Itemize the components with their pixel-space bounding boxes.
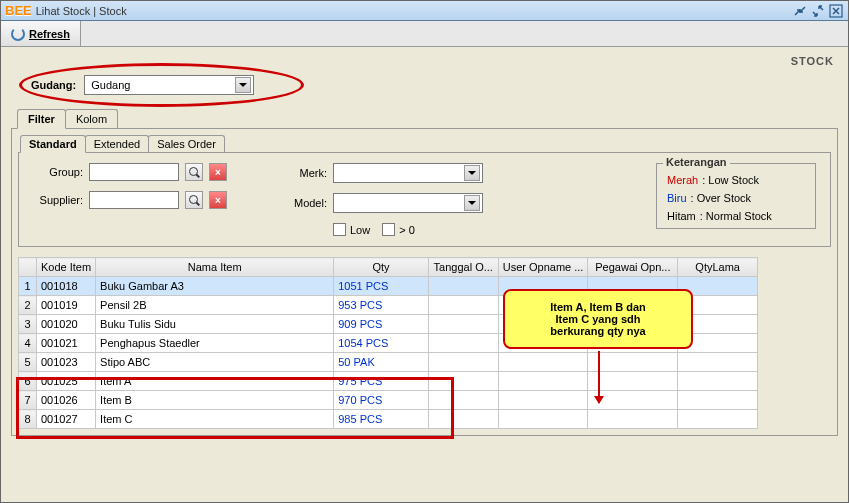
col-tanggal[interactable]: Tanggal O... bbox=[428, 258, 498, 277]
clear-icon: × bbox=[215, 167, 221, 178]
gudang-label: Gudang: bbox=[31, 79, 76, 91]
search-icon bbox=[189, 195, 199, 205]
keterangan-box: Keterangan Merah: Low Stock Biru: Over S… bbox=[656, 163, 816, 229]
col-index[interactable] bbox=[19, 258, 37, 277]
table-row[interactable]: 5001023Stipo ABC50 PAK bbox=[19, 353, 758, 372]
maximize-icon[interactable] bbox=[810, 3, 826, 19]
chevron-down-icon bbox=[464, 195, 480, 211]
legend-merah: Merah bbox=[667, 174, 698, 186]
keterangan-title: Keterangan bbox=[663, 156, 730, 168]
refresh-button[interactable]: Refresh bbox=[1, 21, 81, 46]
model-dropdown[interactable] bbox=[333, 193, 483, 213]
gt0-label: > 0 bbox=[399, 224, 415, 236]
col-qty[interactable]: Qty bbox=[334, 258, 428, 277]
group-label: Group: bbox=[33, 166, 83, 178]
window-titlebar: BEE Lihat Stock | Stock bbox=[1, 1, 848, 21]
supplier-clear-button[interactable]: × bbox=[209, 191, 227, 209]
page-title: STOCK bbox=[791, 55, 834, 67]
col-nama[interactable]: Nama Item bbox=[96, 258, 334, 277]
group-input[interactable] bbox=[89, 163, 179, 181]
supplier-search-button[interactable] bbox=[185, 191, 203, 209]
window-title: Lihat Stock | Stock bbox=[36, 5, 127, 17]
subtab-standard[interactable]: Standard bbox=[20, 135, 86, 153]
model-label: Model: bbox=[287, 197, 327, 209]
supplier-input[interactable] bbox=[89, 191, 179, 209]
close-icon[interactable] bbox=[828, 3, 844, 19]
low-label: Low bbox=[350, 224, 370, 236]
legend-biru: Biru bbox=[667, 192, 687, 204]
toolbar: Refresh bbox=[1, 21, 848, 47]
col-kode[interactable]: Kode Item bbox=[36, 258, 95, 277]
minimize-icon[interactable] bbox=[792, 3, 808, 19]
refresh-label: Refresh bbox=[29, 28, 70, 40]
tab-filter[interactable]: Filter bbox=[17, 109, 66, 129]
table-row[interactable]: 6001025Item A975 PCS bbox=[19, 372, 758, 391]
annotation-arrow bbox=[598, 351, 600, 403]
low-checkbox[interactable] bbox=[333, 223, 346, 236]
group-search-button[interactable] bbox=[185, 163, 203, 181]
subtab-sales-order[interactable]: Sales Order bbox=[148, 135, 225, 152]
subtab-extended[interactable]: Extended bbox=[85, 135, 149, 152]
merk-dropdown[interactable] bbox=[333, 163, 483, 183]
legend-hitam: Hitam bbox=[667, 210, 696, 222]
col-qtylama[interactable]: QtyLama bbox=[678, 258, 758, 277]
tab-kolom[interactable]: Kolom bbox=[65, 109, 118, 128]
clear-icon: × bbox=[215, 195, 221, 206]
table-row[interactable]: 7001026Item B970 PCS bbox=[19, 391, 758, 410]
search-icon bbox=[189, 167, 199, 177]
col-user[interactable]: User Opname ... bbox=[498, 258, 588, 277]
gt0-checkbox[interactable] bbox=[382, 223, 395, 236]
table-row[interactable]: 8001027Item C985 PCS bbox=[19, 410, 758, 429]
merk-label: Merk: bbox=[287, 167, 327, 179]
app-logo: BEE bbox=[5, 3, 32, 18]
chevron-down-icon bbox=[464, 165, 480, 181]
supplier-label: Supplier: bbox=[33, 194, 83, 206]
gudang-value: Gudang bbox=[91, 79, 130, 91]
group-clear-button[interactable]: × bbox=[209, 163, 227, 181]
gudang-dropdown[interactable]: Gudang bbox=[84, 75, 254, 95]
annotation-callout: Item A, Item B dan Item C yang sdh berku… bbox=[503, 289, 693, 349]
chevron-down-icon bbox=[235, 77, 251, 93]
col-pegawai[interactable]: Pegawai Opn... bbox=[588, 258, 678, 277]
refresh-icon bbox=[11, 27, 25, 41]
